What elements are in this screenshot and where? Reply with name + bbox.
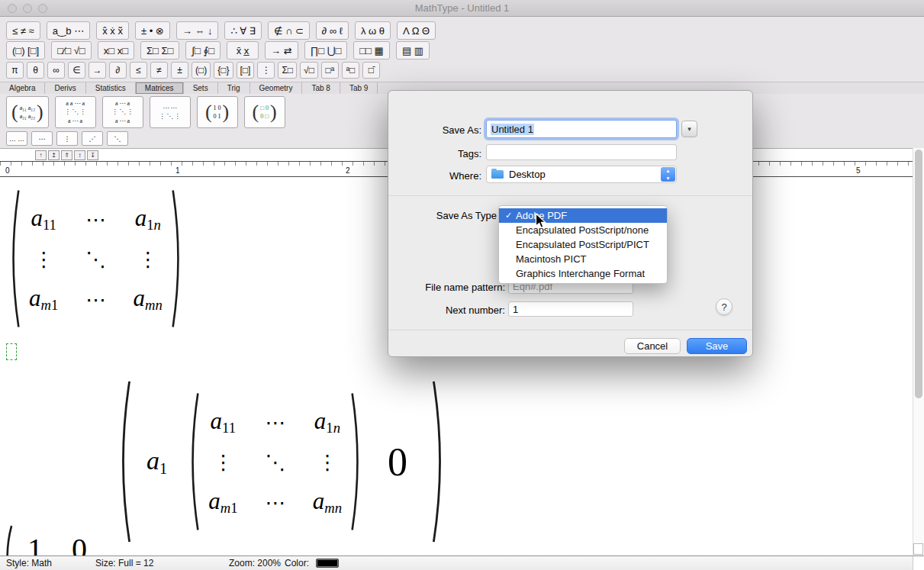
matrix-template-button-6[interactable]: (□ 00 □) xyxy=(244,96,285,128)
template-palette-button-10[interactable]: ▤ ▥ xyxy=(396,41,430,60)
tab-tab-9[interactable]: Tab 9 xyxy=(340,82,378,94)
small-symbol-button-10[interactable]: (□) xyxy=(192,62,211,79)
cancel-button[interactable]: Cancel xyxy=(624,338,681,354)
dots-template-button-1[interactable]: … … xyxy=(6,131,27,146)
dots-template-button-5[interactable]: ⋱ xyxy=(107,131,128,146)
save-button[interactable]: Save xyxy=(687,338,747,354)
toolbar-row-1: ≤ ≠ ≈a‿b ⋯x̂ ẋ x̃± • ⊗→ ⇔ ↓∴ ∀ ∃∉ ∩ ⊂∂ ∞… xyxy=(6,21,436,40)
small-symbol-button-16[interactable]: □ᵃ xyxy=(321,62,339,79)
template-palette-button-3[interactable]: x□ x□ xyxy=(98,41,134,60)
small-symbol-button-5[interactable]: → xyxy=(89,62,106,79)
empty-slot-placeholder[interactable] xyxy=(6,343,17,360)
tags-label: Tags: xyxy=(411,148,481,159)
symbol-palette-button-10[interactable]: Λ Ω Θ xyxy=(397,21,436,40)
matrix-entry-prefix: a1 xyxy=(146,446,167,478)
tabstop-button-3[interactable]: ⇑ xyxy=(61,150,72,160)
template-palette-button-6[interactable]: x̄ x̲ xyxy=(227,41,259,60)
small-symbol-button-12[interactable]: [□] xyxy=(237,62,255,79)
tab-derivs[interactable]: Derivs xyxy=(45,82,85,94)
symbol-palette-button-2[interactable]: a‿b ⋯ xyxy=(47,21,91,40)
symbol-palette-button-4[interactable]: ± • ⊗ xyxy=(135,21,170,40)
checkmark-icon: ✓ xyxy=(505,211,516,221)
small-symbol-button-2[interactable]: θ xyxy=(27,62,44,79)
small-symbol-button-6[interactable]: ∂ xyxy=(109,62,127,79)
small-symbol-button-1[interactable]: π xyxy=(6,62,24,79)
small-symbol-button-14[interactable]: Σ□ xyxy=(278,62,297,79)
template-palette-button-8[interactable]: ∏□ ⋃□ xyxy=(304,41,348,60)
dots-template-button-3[interactable]: ⋮ xyxy=(56,131,78,146)
save-as-input[interactable]: Untitled 1 xyxy=(486,120,677,138)
small-symbol-button-7[interactable]: ≤ xyxy=(130,62,147,79)
tab-trig[interactable]: Trig xyxy=(218,82,250,94)
vertical-scrollbar[interactable] xyxy=(913,148,924,556)
small-symbol-button-17[interactable]: ᵃ□ xyxy=(342,62,359,79)
dots-template-button-4[interactable]: ⋰ xyxy=(82,131,103,146)
tab-statistics[interactable]: Statistics xyxy=(86,82,136,94)
matrix-cell: ⋯ xyxy=(85,204,105,233)
title-bar: MathType - Untitled 1 xyxy=(0,0,924,17)
equation-partial-bottom[interactable]: 10 xyxy=(2,525,102,556)
template-palette-button-1[interactable]: (□) [□] xyxy=(6,41,45,60)
next-number-input[interactable]: 1 xyxy=(508,301,633,317)
tags-input[interactable] xyxy=(486,144,677,160)
equation-matrix-top[interactable]: a11⋯a1n⋮⋱⋮am1⋯amn xyxy=(6,188,185,329)
symbol-palette-button-6[interactable]: ∴ ∀ ∃ xyxy=(224,21,262,40)
menu-item-macintosh-pict[interactable]: Macintosh PICT xyxy=(499,252,667,266)
template-palette-button-5[interactable]: ∫□ ∮□ xyxy=(185,41,221,60)
color-swatch[interactable] xyxy=(316,559,339,568)
symbol-palette-button-8[interactable]: ∂ ∞ ℓ xyxy=(316,21,349,40)
matrix-template-button-2[interactable]: a a ⋯ a⋮ ⋱ ⋮a ⋯ a xyxy=(55,96,96,128)
tab-tab-8[interactable]: Tab 8 xyxy=(302,82,340,94)
dots-template-row: … …⋯⋮⋰⋱ xyxy=(6,131,128,146)
matrix-entry: 1 xyxy=(27,531,43,556)
matrix-template-button-5[interactable]: (1 00 1) xyxy=(197,96,238,128)
ruler-number-2: 2 xyxy=(346,166,350,175)
menu-item-adobe-pdf[interactable]: ✓Adobe PDF xyxy=(499,208,667,223)
matrix-cell: ⋮ xyxy=(317,447,337,475)
chevron-down-icon: ▼ xyxy=(665,175,670,182)
disclosure-button[interactable]: ▾ xyxy=(681,121,697,137)
scrollbar-thumb[interactable] xyxy=(915,150,922,398)
small-symbol-button-11[interactable]: {□} xyxy=(214,62,233,79)
matrix-template-button-1[interactable]: (a₁₁ a₁₂a₂₁ a₂₂) xyxy=(6,96,49,128)
menu-item-encapsulated-postscript-none[interactable]: Encapsulated PostScript/none xyxy=(499,223,667,237)
tab-matrices[interactable]: Matrices xyxy=(136,82,184,94)
small-symbol-button-13[interactable]: ⋮ xyxy=(257,62,275,79)
small-symbol-button-3[interactable]: ∞ xyxy=(47,62,65,79)
mathtype-window: MathType - Untitled 1 ≤ ≠ ≈a‿b ⋯x̂ ẋ x̃±… xyxy=(0,0,924,570)
tabstop-button-2[interactable]: ↥ xyxy=(48,150,60,160)
left-paren-icon: ( xyxy=(11,102,18,122)
help-button[interactable]: ? xyxy=(716,298,732,315)
where-popup[interactable]: Desktop ▲ ▼ xyxy=(486,166,677,183)
symbol-palette-button-7[interactable]: ∉ ∩ ⊂ xyxy=(268,21,310,40)
menu-item-encapsulated-postscript-pict[interactable]: Encapsulated PostScript/PICT xyxy=(499,237,667,252)
matrix-cell: a11 xyxy=(211,407,236,437)
dots-template-button-2[interactable]: ⋯ xyxy=(31,131,53,146)
left-paren-icon: ( xyxy=(253,102,259,122)
small-symbol-button-4[interactable]: ∈ xyxy=(68,62,85,79)
template-palette-button-4[interactable]: Σ□ Σ□ xyxy=(140,41,179,60)
small-symbol-button-9[interactable]: ± xyxy=(171,62,188,79)
equation-matrix-nested[interactable]: a1 a11⋯a1n⋮⋱⋮am1⋯amn 0 xyxy=(114,379,449,544)
template-palette-button-7[interactable]: → ⇄ xyxy=(265,41,298,60)
symbol-palette-button-5[interactable]: → ⇔ ↓ xyxy=(176,21,219,40)
menu-item-graphics-interchange-format[interactable]: Graphics Interchange Format xyxy=(499,266,667,281)
tab-algebra[interactable]: Algebra xyxy=(0,82,45,94)
tabstop-button-1[interactable]: ↑ xyxy=(35,150,47,160)
symbol-palette-button-9[interactable]: λ ω θ xyxy=(355,21,391,40)
symbol-palette-button-1[interactable]: ≤ ≠ ≈ xyxy=(6,21,40,40)
small-symbol-button-8[interactable]: ≠ xyxy=(150,62,168,79)
tabstop-button-5[interactable]: ↧ xyxy=(87,150,98,160)
symbol-palette-button-3[interactable]: x̂ ẋ x̃ xyxy=(96,21,129,40)
popup-stepper[interactable]: ▲ ▼ xyxy=(661,167,675,182)
matrix-template-button-3[interactable]: a ⋯ a⋮ ⋱ ⋮a ⋯ a xyxy=(102,96,143,128)
small-symbol-button-18[interactable]: □̄ xyxy=(362,62,380,79)
template-palette-button-9[interactable]: □□ ▦ xyxy=(353,41,390,60)
tab-geometry[interactable]: Geometry xyxy=(250,82,303,94)
tabstop-button-4[interactable]: ↕ xyxy=(74,150,85,160)
tab-sets[interactable]: Sets xyxy=(184,82,218,94)
right-paren-icon xyxy=(430,379,449,544)
small-symbol-button-15[interactable]: √□ xyxy=(300,62,318,79)
template-palette-button-2[interactable]: □∕□ √□ xyxy=(51,41,91,60)
matrix-template-button-4[interactable]: ⋯ ⋯⋮ ⋱ ⋮ xyxy=(150,96,191,128)
